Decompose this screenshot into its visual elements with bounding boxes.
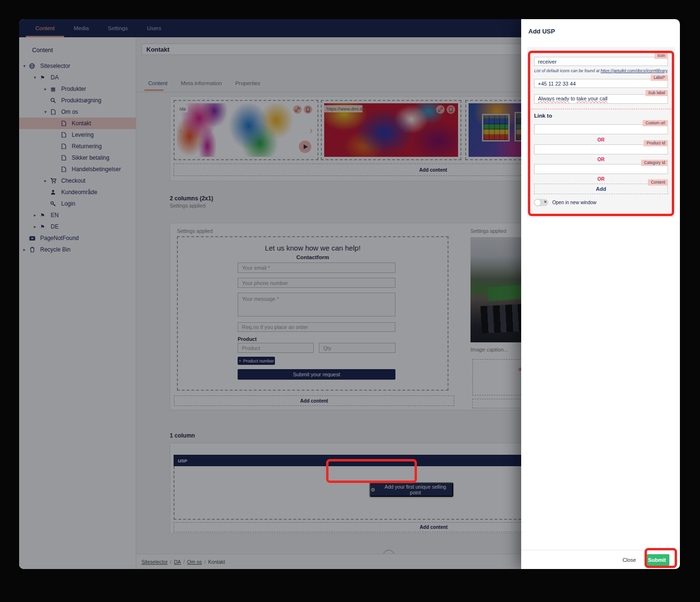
- product-id-badge: Product Id: [644, 140, 668, 146]
- usp-form: Icon List of default icons can be found …: [529, 53, 673, 213]
- open-new-window-row[interactable]: × Open in new window: [534, 199, 596, 206]
- category-id-badge: Category Id: [641, 160, 668, 166]
- close-button[interactable]: Close: [623, 557, 636, 563]
- icon-helper-text: List of default icons can be found at ht…: [534, 68, 670, 73]
- x-icon: ×: [544, 199, 547, 204]
- link-to-heading: Link to: [534, 113, 552, 119]
- content-badge: Content: [648, 179, 668, 186]
- label-field-badge: Label*: [651, 75, 668, 81]
- icon-field-badge: Icon: [655, 53, 668, 59]
- icon-input[interactable]: [534, 57, 668, 66]
- label-input[interactable]: [534, 79, 668, 88]
- panel-title: Add USP: [521, 19, 680, 35]
- icon-library-link[interactable]: https://getuikit.com/docs/icon#library: [601, 68, 667, 73]
- app-window: Content Media Settings Users Content ▾ S…: [19, 19, 680, 569]
- panel-footer: Close Submit: [521, 550, 680, 569]
- add-usp-panel: Add USP Icon List of default icons can b…: [521, 19, 680, 569]
- sublabel-field-badge: Sub label: [645, 90, 668, 96]
- custom-url-badge: Custom url: [643, 120, 668, 126]
- toggle-off-switch[interactable]: ×: [534, 199, 548, 206]
- submit-button[interactable]: Submit: [645, 554, 669, 566]
- section-divider: [531, 109, 671, 109]
